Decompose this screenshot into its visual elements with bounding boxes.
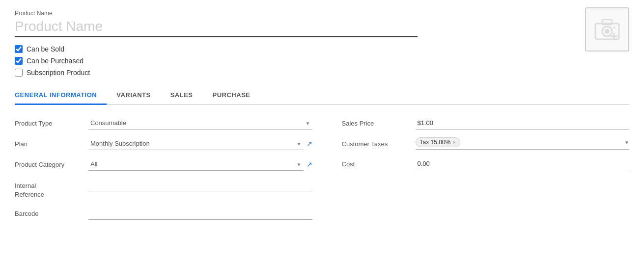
barcode-input[interactable] — [88, 207, 312, 220]
can-be-purchased-row: Can be Purchased — [15, 57, 629, 65]
product-category-field: All ▼ ↗ — [88, 158, 312, 171]
product-name-input[interactable] — [15, 19, 418, 37]
internal-reference-row: InternalReference — [15, 179, 312, 199]
can-be-purchased-checkbox[interactable] — [15, 57, 23, 65]
internal-reference-input[interactable] — [88, 179, 312, 191]
product-type-row: Product Type Consumable Storable Product… — [15, 117, 312, 130]
tab-purchase[interactable]: PURCHASE — [203, 86, 260, 105]
can-be-sold-label: Can be Sold — [27, 45, 64, 53]
plan-row: Plan Monthly Subscription ▼ ↗ — [15, 137, 312, 150]
tab-variants[interactable]: VARIANTS — [107, 86, 160, 105]
tabs-nav: GENERAL INFORMATION VARIANTS SALES PURCH… — [15, 86, 629, 105]
sales-price-input[interactable] — [416, 117, 630, 130]
product-category-external-link-icon[interactable]: ↗ — [307, 160, 312, 168]
product-category-select[interactable]: All — [88, 158, 304, 171]
checkboxes-section: Can be Sold Can be Purchased Subscriptio… — [15, 45, 629, 77]
camera-icon — [594, 19, 620, 40]
product-name-label: Product Name — [15, 10, 629, 17]
customer-taxes-label: Customer Taxes — [342, 137, 416, 148]
plan-label: Plan — [15, 137, 88, 148]
tax-badge-label: Tax 15.00% — [420, 139, 451, 146]
svg-point-4 — [613, 26, 615, 28]
right-section: Sales Price Customer Taxes Tax 15.00% × — [332, 117, 630, 170]
can-be-purchased-label: Can be Purchased — [27, 57, 84, 65]
cost-input[interactable] — [416, 157, 630, 170]
customer-taxes-row: Customer Taxes Tax 15.00% × ▼ — [342, 137, 630, 150]
cost-row: Cost — [342, 157, 630, 170]
sales-price-label: Sales Price — [342, 117, 416, 127]
tax-badge: Tax 15.00% × — [416, 137, 460, 147]
product-form-page: Product Name Can be Sold Can be Purchase… — [0, 0, 644, 260]
can-be-sold-checkbox[interactable] — [15, 45, 23, 53]
form-content: Product Type Consumable Storable Product… — [15, 117, 629, 228]
sales-price-field — [416, 117, 630, 130]
right-column: Sales Price Customer Taxes Tax 15.00% × — [332, 117, 630, 228]
sales-price-row: Sales Price — [342, 117, 630, 130]
tax-badge-close-icon[interactable]: × — [452, 139, 455, 145]
product-type-label: Product Type — [15, 117, 88, 127]
product-category-row: Product Category All ▼ ↗ — [15, 158, 312, 171]
svg-point-2 — [605, 29, 610, 34]
cost-field — [416, 157, 630, 170]
can-be-sold-row: Can be Sold — [15, 45, 629, 53]
plan-field: Monthly Subscription ▼ ↗ — [88, 137, 312, 150]
barcode-label: Barcode — [15, 207, 88, 217]
subscription-product-checkbox[interactable] — [15, 69, 23, 77]
product-type-field: Consumable Storable Product Service ▼ — [88, 117, 312, 130]
customer-taxes-chevron-icon[interactable]: ▼ — [624, 140, 629, 145]
subscription-product-label: Subscription Product — [27, 69, 90, 77]
plan-select[interactable]: Monthly Subscription — [88, 137, 304, 150]
product-category-label: Product Category — [15, 158, 88, 168]
product-image-upload[interactable] — [585, 7, 629, 52]
internal-reference-field — [88, 179, 312, 191]
subscription-product-row: Subscription Product — [15, 69, 629, 77]
cost-label: Cost — [342, 157, 416, 168]
left-column: Product Type Consumable Storable Product… — [15, 117, 312, 228]
tab-general-information[interactable]: GENERAL INFORMATION — [15, 86, 107, 105]
barcode-field — [88, 207, 312, 220]
customer-taxes-field: Tax 15.00% × ▼ — [416, 137, 630, 150]
product-type-select[interactable]: Consumable Storable Product Service — [88, 117, 312, 130]
product-name-section: Product Name — [15, 10, 629, 37]
internal-reference-label: InternalReference — [15, 179, 88, 199]
tab-sales[interactable]: SALES — [161, 86, 203, 105]
plan-external-link-icon[interactable]: ↗ — [307, 140, 312, 148]
barcode-row: Barcode — [15, 207, 312, 220]
